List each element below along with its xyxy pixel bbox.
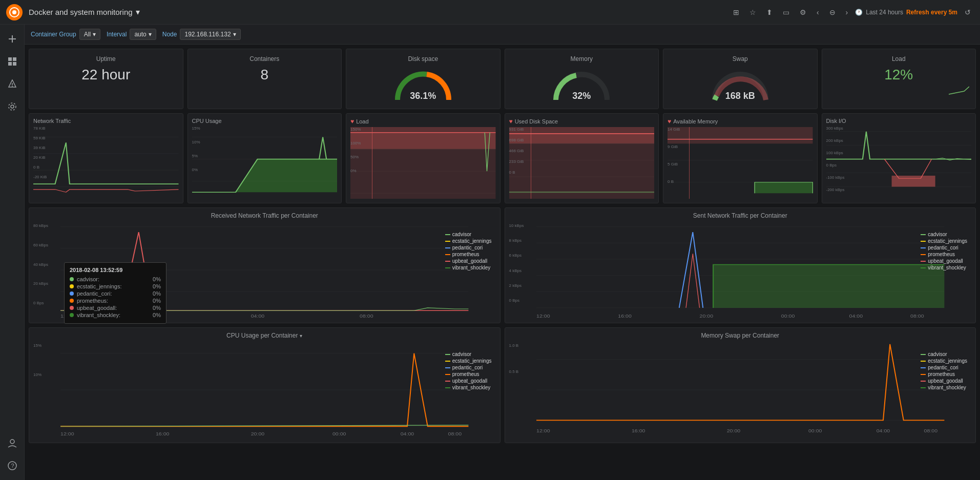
tooltip-row-upbeat: upbeat_goodall: 0%	[70, 305, 161, 311]
load-sparkline	[949, 85, 969, 95]
cpu-usage-panel: CPU Usage 15%10%5%0%	[187, 113, 342, 203]
dashboard-title: Docker and system monitoring ▾	[29, 7, 140, 17]
network-tooltip: 2018-02-08 13:52:59 cadvisor: 0% ecstati…	[64, 262, 166, 324]
charts-row-1: Network Traffic	[29, 113, 976, 203]
sidebar-item-alerts[interactable]	[2, 74, 23, 94]
sidebar-item-dashboards[interactable]	[2, 51, 23, 72]
svg-text:20:00: 20:00	[699, 314, 713, 319]
sidebar-item-help[interactable]: ?	[2, 455, 23, 476]
share-button[interactable]: ⬆	[763, 6, 776, 18]
cpu-container-chart: 12:00 16:00 20:00 00:00 04:00 08:00	[33, 341, 496, 439]
uptime-panel: Uptime 22 hour	[29, 49, 183, 109]
cpu-per-container-panel: CPU Usage per Container ▾ 12:00 16:	[29, 327, 501, 443]
top-nav: Docker and system monitoring ▾ ⊞ ☆ ⬆ ▭ ⚙…	[0, 0, 980, 25]
svg-text:04:00: 04:00	[849, 314, 863, 319]
cpu-chart	[192, 126, 338, 198]
svg-text:12:00: 12:00	[536, 428, 550, 433]
svg-text:16:00: 16:00	[631, 428, 645, 433]
node-filter: Node 192.168.116.132 ▾	[162, 29, 241, 40]
tooltip-row-pedantic: pedantic_cori: 0%	[70, 290, 161, 297]
load-panel: Load 12%	[822, 49, 976, 109]
chevron-down-icon: ▾	[149, 31, 152, 38]
interval-filter: Interval auto ▾	[107, 29, 156, 40]
interval-dropdown[interactable]: auto ▾	[130, 29, 156, 40]
grafana-logo	[6, 4, 23, 20]
filter-bar: Container Group All ▾ Interval auto ▾ No…	[25, 25, 980, 45]
container-group-filter: Container Group All ▾	[31, 29, 100, 40]
node-dropdown[interactable]: 192.168.116.132 ▾	[180, 29, 240, 40]
tooltip-row-prometheus: prometheus: 0%	[70, 298, 161, 304]
chevron-down-icon: ▾	[300, 333, 302, 339]
received-legend: cadvisor ecstatic_jennings pedantic_cori…	[445, 232, 492, 272]
memory-swap-panel: Memory Swap per Container 12:00 16:00 20…	[505, 327, 976, 443]
disk-chart	[509, 127, 655, 199]
svg-point-9	[12, 86, 13, 87]
sent-legend: cadvisor ecstatic_jennings pedantic_cori…	[921, 232, 967, 272]
memory-panel: Memory 32%	[505, 49, 659, 109]
stats-row: Uptime 22 hour Containers 8 Disk space	[29, 49, 976, 109]
network-traffic-panel: Network Traffic	[29, 113, 183, 203]
svg-text:16:00: 16:00	[156, 431, 170, 436]
add-panel-button[interactable]: ⊞	[730, 6, 742, 18]
svg-text:12:00: 12:00	[536, 314, 550, 319]
svg-text:00:00: 00:00	[781, 314, 795, 319]
nav-icons: ⊞ ☆ ⬆ ▭ ⚙ ‹ ⊖ › 🕐 Last 24 hours Refresh …	[730, 6, 974, 18]
sidebar: ?	[0, 25, 25, 480]
svg-text:08:00: 08:00	[448, 431, 462, 436]
svg-text:04:00: 04:00	[401, 431, 414, 436]
svg-text:20:00: 20:00	[726, 428, 740, 433]
svg-text:08:00: 08:00	[910, 314, 924, 319]
main-content: Container Group All ▾ Interval auto ▾ No…	[25, 25, 980, 480]
svg-point-10	[11, 105, 14, 108]
load-chart-panel: ♥ Load	[346, 113, 501, 203]
cpu-container-legend: cadvisor ecstatic_jennings pedantic_cori…	[445, 351, 492, 391]
sidebar-item-settings[interactable]	[2, 96, 23, 117]
svg-point-11	[9, 103, 16, 110]
sidebar-item-add[interactable]	[2, 29, 23, 49]
svg-text:?: ?	[11, 463, 14, 469]
back-button[interactable]: ‹	[814, 6, 822, 18]
svg-marker-28	[350, 133, 496, 199]
disk-io-chart	[826, 126, 972, 198]
forward-button[interactable]: ›	[843, 6, 851, 18]
svg-text:20:00: 20:00	[251, 431, 265, 436]
svg-rect-7	[13, 62, 16, 66]
containers-panel: Containers 8	[187, 49, 342, 109]
svg-text:04:00: 04:00	[251, 314, 265, 319]
svg-rect-41	[755, 182, 812, 194]
settings-button[interactable]: ⚙	[797, 6, 809, 18]
svg-marker-35	[509, 134, 655, 199]
svg-text:00:00: 00:00	[332, 431, 346, 436]
tooltip-row-ecstatic: ecstatic_jennings: 0%	[70, 283, 161, 289]
swap-panel: Swap 168 kB	[663, 49, 818, 109]
svg-marker-22	[192, 159, 338, 193]
svg-marker-63	[713, 264, 944, 307]
container-group-dropdown[interactable]: All ▾	[79, 29, 100, 40]
sidebar-item-user[interactable]	[2, 433, 23, 453]
disk-space-panel: Disk space 36	[346, 49, 501, 109]
svg-rect-5	[13, 57, 16, 61]
chevron-down-icon: ▾	[136, 7, 140, 17]
svg-text:08:00: 08:00	[360, 314, 373, 319]
svg-text:12:00: 12:00	[60, 431, 74, 436]
zoom-button[interactable]: ⊖	[826, 6, 839, 18]
chevron-down-icon: ▾	[93, 31, 96, 38]
svg-text:04:00: 04:00	[876, 428, 890, 433]
svg-text:00:00: 00:00	[808, 428, 822, 433]
svg-point-12	[10, 440, 14, 444]
available-memory-panel: ♥ Available Memory	[663, 113, 818, 203]
swap-container-legend: cadvisor ecstatic_jennings pedantic_cori…	[921, 351, 967, 391]
sent-network-panel: Sent Network Traffic per Container	[505, 207, 976, 323]
svg-text:08:00: 08:00	[924, 428, 937, 433]
svg-rect-6	[8, 62, 12, 66]
tooltip-row-cadvisor: cadvisor: 0%	[70, 276, 161, 282]
svg-rect-4	[8, 57, 12, 61]
tooltip-row-vibrant: vibrant_shockley: 0%	[70, 312, 161, 318]
tv-button[interactable]: ▭	[780, 6, 793, 18]
refresh-button[interactable]: ↺	[962, 6, 974, 18]
bottom-row-1: Received Network Traffic per Container 2…	[29, 207, 976, 323]
memory-swap-chart: 12:00 16:00 20:00 00:00 04:00 08:00	[509, 341, 972, 439]
time-range: 🕐 Last 24 hours Refresh every 5m	[855, 9, 957, 16]
svg-text:16:00: 16:00	[618, 314, 632, 319]
star-button[interactable]: ☆	[746, 6, 759, 18]
